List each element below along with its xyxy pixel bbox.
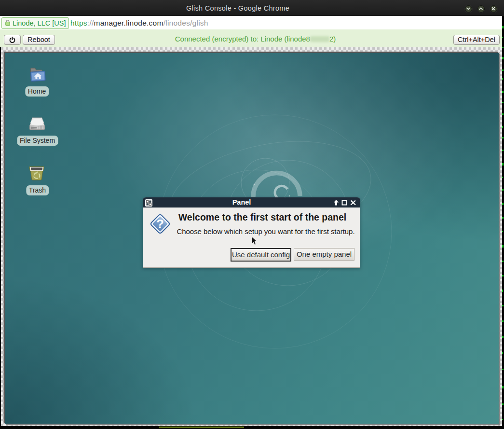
svg-text:?: ? <box>156 217 164 231</box>
